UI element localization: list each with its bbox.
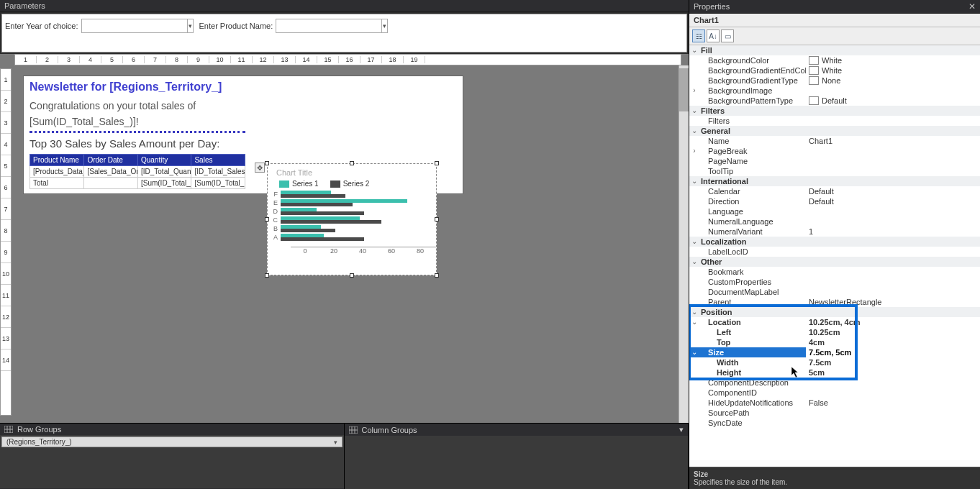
expand-icon[interactable]: ⌄ — [689, 347, 699, 357]
resize-handle[interactable] — [265, 161, 269, 165]
property-value[interactable]: Chart1 — [806, 136, 980, 146]
td[interactable]: [ID_Total_Sales — [191, 166, 245, 178]
property-value[interactable]: 7.5cm, 5cm — [806, 347, 980, 357]
close-icon[interactable]: ✕ — [968, 1, 976, 12]
property-pages-button[interactable]: ▭ — [721, 29, 734, 42]
property-value[interactable]: 1 — [806, 227, 980, 237]
property-row[interactable]: Width7.5cm — [689, 357, 980, 367]
property-row[interactable]: ComponentID — [689, 388, 980, 398]
param-input-0[interactable] — [82, 19, 187, 32]
property-row[interactable]: DirectionDefault — [689, 196, 980, 206]
property-category[interactable]: ⌄Position — [689, 307, 980, 317]
newsletter-line2[interactable]: [Sum(ID_Total_Sales_)]! — [30, 115, 457, 128]
chevron-down-icon[interactable]: ▾ — [334, 439, 337, 446]
expand-icon[interactable]: ⌄ — [689, 307, 699, 317]
expand-icon[interactable]: ⌄ — [689, 45, 699, 55]
move-handle-icon[interactable]: ✥ — [255, 163, 265, 173]
newsletter-subhead[interactable]: Top 30 Sales by Sales Amount per Day: — [30, 137, 457, 150]
property-row[interactable]: CustomProperties — [689, 277, 980, 287]
expand-icon[interactable]: ⌄ — [689, 176, 699, 186]
th-2[interactable]: Quantity — [137, 155, 191, 166]
resize-handle[interactable] — [435, 273, 439, 278]
property-row[interactable]: BackgroundGradientTypeNone — [689, 76, 980, 86]
property-value[interactable]: NewsletterRectangle — [806, 297, 980, 307]
property-category[interactable]: ⌄Filters — [689, 106, 980, 116]
property-category[interactable]: ⌄General — [689, 126, 980, 136]
td[interactable] — [84, 178, 138, 189]
property-row[interactable]: CalendarDefault — [689, 186, 980, 196]
property-row[interactable]: NameChart1 — [689, 136, 980, 146]
property-value[interactable]: White — [806, 55, 980, 65]
td[interactable]: [Sum(ID_Total_Q — [137, 178, 191, 189]
property-value[interactable]: False — [806, 398, 980, 408]
property-value[interactable]: 10.25cm, 4cm — [806, 317, 980, 327]
property-row[interactable]: Bookmark — [689, 267, 980, 277]
resize-handle[interactable] — [350, 273, 354, 278]
resize-handle[interactable] — [350, 161, 354, 165]
chevron-down-icon[interactable]: ▾ — [187, 19, 193, 32]
td[interactable]: Total — [30, 178, 84, 189]
design-surface[interactable]: 12345678910111213141516171819 1234567891… — [0, 54, 689, 423]
property-row[interactable]: NumeralVariant1 — [689, 227, 980, 237]
th-0[interactable]: Product Name — [30, 155, 84, 166]
property-row[interactable]: BackgroundPatternTypeDefault — [689, 96, 980, 106]
property-value[interactable]: Default — [806, 186, 980, 196]
resize-handle[interactable] — [265, 217, 269, 221]
property-value[interactable]: 7.5cm — [806, 357, 980, 367]
properties-grid[interactable]: ⌄FillBackgroundColorWhiteBackgroundGradi… — [689, 45, 980, 467]
expand-icon[interactable]: ⌄ — [689, 257, 699, 267]
property-row[interactable]: SourcePath — [689, 408, 980, 418]
property-row[interactable]: DocumentMapLabel — [689, 287, 980, 297]
property-value[interactable]: 5cm — [806, 367, 980, 378]
categorize-button[interactable]: ☷ — [692, 29, 705, 42]
chart-title[interactable]: Chart Title — [268, 164, 436, 178]
property-row[interactable]: PageName — [689, 156, 980, 166]
td[interactable]: [Sales_Data_Or — [84, 166, 138, 178]
property-row[interactable]: ⌄Location10.25cm, 4cm — [689, 317, 980, 327]
property-value[interactable]: Default — [806, 196, 980, 206]
property-row[interactable]: ParentNewsletterRectangle — [689, 297, 980, 307]
property-value[interactable]: Default — [806, 96, 980, 106]
chart-plot-area[interactable]: FEDCBA — [281, 191, 429, 247]
property-value[interactable]: 4cm — [806, 337, 980, 347]
newsletter-line1[interactable]: Congratulations on your total sales of — [30, 99, 457, 112]
sales-table[interactable]: Product Name Order Date Quantity Sales [… — [30, 154, 245, 189]
td[interactable]: [ID_Total_Quant — [137, 166, 191, 178]
expand-icon[interactable]: ⌄ — [689, 126, 699, 136]
th-3[interactable]: Sales — [191, 155, 245, 166]
resize-handle[interactable] — [435, 161, 439, 165]
property-row[interactable]: Top4cm — [689, 337, 980, 347]
property-row[interactable]: ›BackgroundImage — [689, 86, 980, 96]
property-category[interactable]: ⌄International — [689, 176, 980, 186]
property-row[interactable]: ComponentDescription — [689, 378, 980, 388]
chart-item[interactable]: ✥ Chart Title Series 1 Series 2 FEDCBA — [267, 163, 437, 275]
property-value[interactable]: White — [806, 65, 980, 76]
property-category[interactable]: ⌄Other — [689, 257, 980, 267]
property-row[interactable]: HideUpdateNotificationsFalse — [689, 398, 980, 408]
scrollbar-thumb[interactable] — [679, 68, 689, 111]
expand-icon[interactable]: ⌄ — [689, 237, 699, 247]
expand-icon[interactable]: › — [689, 146, 699, 156]
property-row[interactable]: ›PageBreak — [689, 146, 980, 156]
property-row[interactable]: Language — [689, 206, 980, 216]
property-value[interactable]: 10.25cm — [806, 327, 980, 337]
property-row[interactable]: Filters — [689, 116, 980, 126]
th-1[interactable]: Order Date — [84, 155, 138, 166]
expand-icon[interactable]: ⌄ — [689, 317, 699, 327]
property-row[interactable]: Left10.25cm — [689, 327, 980, 337]
resize-handle[interactable] — [435, 217, 439, 221]
property-row[interactable]: BackgroundGradientEndColorWhite — [689, 65, 980, 76]
expand-icon[interactable]: › — [689, 86, 699, 96]
expand-icon[interactable]: ⌄ — [689, 106, 699, 116]
property-category[interactable]: ⌄Fill — [689, 45, 980, 55]
td[interactable]: [Sum(ID_Total_ — [191, 178, 245, 189]
property-row[interactable]: BackgroundColorWhite — [689, 55, 980, 65]
chevron-down-icon[interactable]: ▾ — [381, 19, 387, 32]
chart-legend[interactable]: Series 1 Series 2 — [268, 178, 436, 191]
property-row[interactable]: ⌄Size7.5cm, 5cm — [689, 347, 980, 357]
property-row[interactable]: Height5cm — [689, 367, 980, 378]
chevron-down-icon[interactable]: ▾ — [679, 425, 684, 434]
newsletter-title[interactable]: Newsletter for [Regions_Territory_] — [30, 81, 457, 93]
properties-subject[interactable]: Chart1 — [689, 14, 980, 27]
td[interactable]: [Products_Data_ — [30, 166, 84, 178]
